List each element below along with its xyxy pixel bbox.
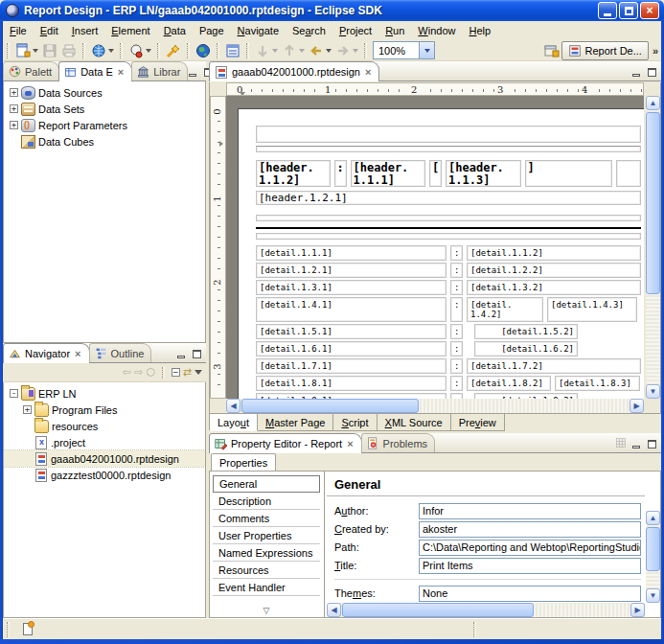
detail-value-cell[interactable]: [detail.1.7.2] <box>467 358 641 374</box>
header-cell-2[interactable]: [header. 1.1.1] <box>351 160 426 187</box>
report-page[interactable]: [header. 1.1.2]:[header. 1.1.1][[header.… <box>238 108 644 399</box>
detail-value-cell[interactable]: [detail.1.4.3] <box>547 297 637 322</box>
detail-value-cell[interactable]: [detail.1.8.3] <box>555 376 640 391</box>
collapse-all-icon[interactable]: − <box>172 368 180 377</box>
close-tab-icon[interactable]: × <box>117 67 125 78</box>
category-description[interactable]: Description <box>213 493 320 510</box>
publish-report-button[interactable] <box>90 42 107 59</box>
detail-colon-cell[interactable]: : <box>450 376 463 391</box>
menu-data[interactable]: Data <box>157 23 193 38</box>
tab-problems[interactable]: Problems <box>361 433 435 452</box>
detail-colon-cell[interactable]: : <box>450 263 463 278</box>
properties-view-button[interactable] <box>224 42 241 59</box>
tree-item-data-cubes[interactable]: Data Cubes <box>4 133 205 150</box>
field-input-title[interactable]: Print Items <box>419 558 641 574</box>
menu-insert[interactable]: Insert <box>65 23 105 38</box>
back-dropdown-icon[interactable] <box>326 49 332 53</box>
page-tab-xml-source[interactable]: XML Source <box>378 414 451 431</box>
editor-tab[interactable]: gaaab042001000.rptdesign × <box>209 61 379 81</box>
expand-icon[interactable]: + <box>10 88 18 97</box>
detail-colon-cell[interactable]: : <box>450 297 463 322</box>
minimize-view-icon[interactable] <box>175 348 187 358</box>
field-input-themes[interactable]: None <box>419 586 641 602</box>
tab-property-editor[interactable]: Property Editor - Report × <box>209 433 362 453</box>
tree-item-data-sets[interactable]: +Data Sets <box>4 101 205 117</box>
pin-view-icon[interactable] <box>615 437 627 448</box>
minimize-view-icon[interactable] <box>630 438 642 448</box>
field-input-author[interactable]: Infor <box>419 503 641 519</box>
scroll-down-icon[interactable]: ▼ <box>646 384 660 399</box>
category-named-expressions[interactable]: Named Expressions <box>213 544 320 562</box>
tree-item-project[interactable]: .project <box>4 434 205 450</box>
scroll-left-icon[interactable]: ◀ <box>226 399 240 413</box>
category-event-handler[interactable]: Event Handler <box>213 579 320 596</box>
header-cell-0[interactable]: [header. 1.1.2] <box>256 160 331 187</box>
menu-help[interactable]: Help <box>462 23 497 38</box>
view-report-dropdown-icon[interactable] <box>146 49 151 53</box>
next-annotation-dropdown-icon[interactable] <box>299 49 305 53</box>
tab-palette[interactable]: Palett <box>3 61 59 80</box>
menu-file[interactable]: File <box>3 23 34 38</box>
header-cell-1[interactable]: : <box>334 160 347 187</box>
menu-page[interactable]: Page <box>193 23 231 38</box>
detail-value-cell[interactable]: [detail.1.3.2] <box>467 280 641 295</box>
report-canvas[interactable]: [header. 1.1.2]:[header. 1.1.1][[header.… <box>226 96 644 399</box>
detail-colon-cell[interactable]: : <box>450 324 463 339</box>
collapse-icon[interactable]: - <box>10 389 18 398</box>
close-tab-icon[interactable]: × <box>74 349 81 359</box>
detail-label-cell[interactable]: [detail.1.3.1] <box>256 280 446 295</box>
tree-item-data-sources[interactable]: +Data Sources <box>4 84 205 101</box>
tab-outline[interactable]: Outline <box>89 343 152 362</box>
margin-marker-icon[interactable] <box>219 141 223 147</box>
up-level-icon[interactable]: ⬡ <box>146 366 155 379</box>
detail-label-cell[interactable]: [detail.1.8.1] <box>256 376 446 391</box>
category-comments[interactable]: Comments <box>213 510 320 527</box>
scroll-left-icon[interactable]: ◀ <box>327 603 341 617</box>
tab-properties[interactable]: Properties <box>211 453 276 471</box>
new-report-dropdown-icon[interactable] <box>33 49 38 53</box>
form-horizontal-scrollbar[interactable]: ◀ ▶ <box>327 603 645 617</box>
globe-button[interactable] <box>195 42 212 59</box>
minimize-view-icon[interactable] <box>187 66 198 77</box>
open-perspective-button[interactable] <box>543 42 561 59</box>
detail-label-cell[interactable]: [detail.1.1.1] <box>256 245 446 261</box>
tab-data-explorer[interactable]: Data E × <box>58 61 132 81</box>
tree-item-gazzztest00000-rptdesign[interactable]: gazzztest00000.rptdesign <box>4 467 205 483</box>
back-button[interactable] <box>308 42 325 59</box>
minimize-view-icon[interactable] <box>630 66 642 77</box>
header-cell-6[interactable] <box>616 160 641 187</box>
minimize-button[interactable] <box>598 2 617 19</box>
page-tab-preview[interactable]: Preview <box>451 414 505 431</box>
editor-vertical-scrollbar[interactable]: ▲ ▼ <box>646 96 660 399</box>
menu-navigate[interactable]: Navigate <box>231 23 286 38</box>
category-resources[interactable]: Resources <box>213 562 320 579</box>
detail-colon-cell[interactable]: : <box>450 358 463 374</box>
category-user-properties[interactable]: User Properties <box>213 527 320 544</box>
header-cell-4[interactable]: [header. 1.1.3] <box>446 160 521 187</box>
header-cell-5[interactable]: ] <box>525 160 612 187</box>
back-history-icon[interactable]: ⇦ <box>123 366 131 379</box>
zoom-value[interactable]: 100% <box>373 41 419 59</box>
view-menu-icon[interactable] <box>195 370 202 375</box>
maximize-view-icon[interactable] <box>191 348 202 358</box>
scroll-up-icon[interactable]: ▲ <box>646 511 660 525</box>
detail-value-cell[interactable]: [detail.1.6.2] <box>474 341 578 356</box>
tab-library[interactable]: Librar <box>131 61 188 80</box>
wand-button[interactable] <box>165 42 182 59</box>
field-input-created-by[interactable]: akoster <box>419 521 641 538</box>
header-cell-3[interactable]: [ <box>429 160 442 187</box>
menu-edit[interactable]: Edit <box>34 23 65 38</box>
detail-colon-cell[interactable]: : <box>450 341 463 356</box>
forward-history-icon[interactable]: ⇨ <box>134 366 143 379</box>
tab-navigator[interactable]: Navigator × <box>3 343 90 363</box>
tree-item-report-parameters[interactable]: +Report Parameters <box>4 117 205 133</box>
detail-label-cell[interactable]: [detail.1.6.1] <box>256 341 446 356</box>
detail-value-cell[interactable]: [detail.1.2.2] <box>467 263 641 278</box>
scroll-down-icon[interactable]: ▼ <box>646 588 660 603</box>
fast-view-icon[interactable] <box>23 623 33 635</box>
tree-item-erp-ln[interactable]: -ERP LN <box>4 385 205 402</box>
category-scroll-indicator[interactable]: ▽ <box>213 606 320 615</box>
menu-project[interactable]: Project <box>332 23 378 38</box>
menu-search[interactable]: Search <box>286 23 332 38</box>
expand-icon[interactable]: + <box>10 104 18 113</box>
